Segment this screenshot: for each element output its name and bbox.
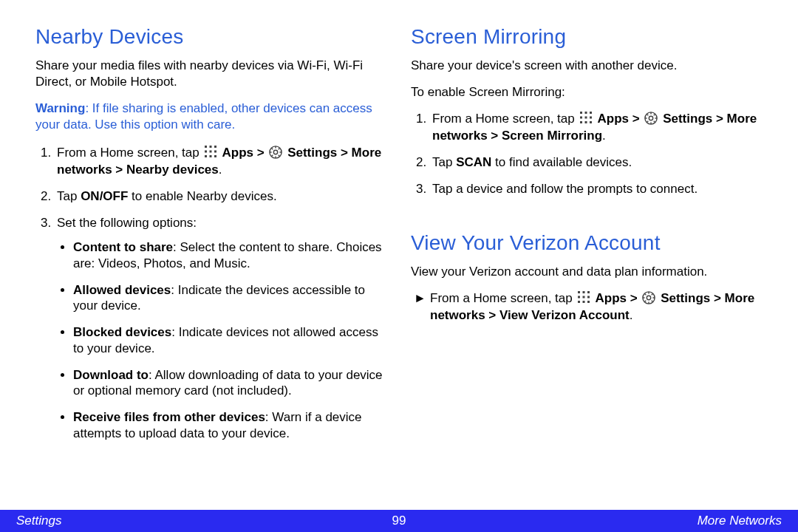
verizon-step: ► From a Home screen, tap Apps > Setting…	[411, 290, 763, 324]
mirror-step-1: From a Home screen, tap Apps > Settings …	[430, 111, 763, 145]
opt-download-to: Download to: Allow downloading of data t…	[73, 367, 387, 400]
steps-mirroring: From a Home screen, tap Apps > Settings …	[411, 111, 763, 198]
apps-icon	[204, 145, 217, 158]
opt-receive-files: Receive files from other devices: Warn i…	[73, 409, 387, 442]
left-column: Nearby Devices Share your media files wi…	[35, 25, 387, 502]
footer-bar: Settings 99 More Networks	[0, 510, 798, 532]
step-2: Tap ON/OFF to enable Nearby devices.	[55, 188, 387, 205]
mirror-step-3: Tap a device and follow the prompts to c…	[430, 181, 763, 198]
mirror-step-2: Tap SCAN to find available devices.	[430, 154, 763, 171]
settings-icon	[269, 146, 282, 159]
page-content: Nearby Devices Share your media files wi…	[0, 0, 798, 502]
arrow-icon: ►	[411, 290, 430, 324]
apps-icon	[579, 111, 593, 124]
steps-nearby: From a Home screen, tap Apps > Settings …	[35, 145, 387, 441]
step-1: From a Home screen, tap Apps > Settings …	[55, 145, 387, 179]
options-list: Content to share: Select the content to …	[57, 239, 387, 442]
footer-left: Settings	[16, 514, 271, 528]
heading-nearby-devices: Nearby Devices	[35, 25, 387, 49]
settings-icon	[644, 112, 658, 125]
intro-mirroring: Share your device's screen with another …	[411, 58, 763, 74]
intro-nearby: Share your media files with nearby devic…	[35, 58, 387, 90]
heading-verizon-account: View Your Verizon Account	[411, 231, 763, 255]
settings-icon	[642, 291, 655, 304]
opt-allowed-devices: Allowed devices: Indicate the devices ac…	[73, 282, 387, 315]
intro-verizon: View your Verizon account and data plan …	[411, 264, 763, 280]
heading-screen-mirroring: Screen Mirroring	[411, 25, 763, 49]
enable-mirroring-label: To enable Screen Mirroring:	[411, 84, 763, 100]
right-column: Screen Mirroring Share your device's scr…	[411, 25, 763, 502]
opt-content-to-share: Content to share: Select the content to …	[73, 239, 387, 272]
footer-right: More Networks	[527, 514, 782, 528]
warning-text: Warning: If file sharing is enabled, oth…	[35, 100, 387, 133]
step-3: Set the following options: Content to sh…	[55, 215, 387, 441]
apps-icon	[577, 290, 590, 304]
page-number: 99	[271, 514, 526, 528]
opt-blocked-devices: Blocked devices: Indicate devices not al…	[73, 324, 387, 357]
